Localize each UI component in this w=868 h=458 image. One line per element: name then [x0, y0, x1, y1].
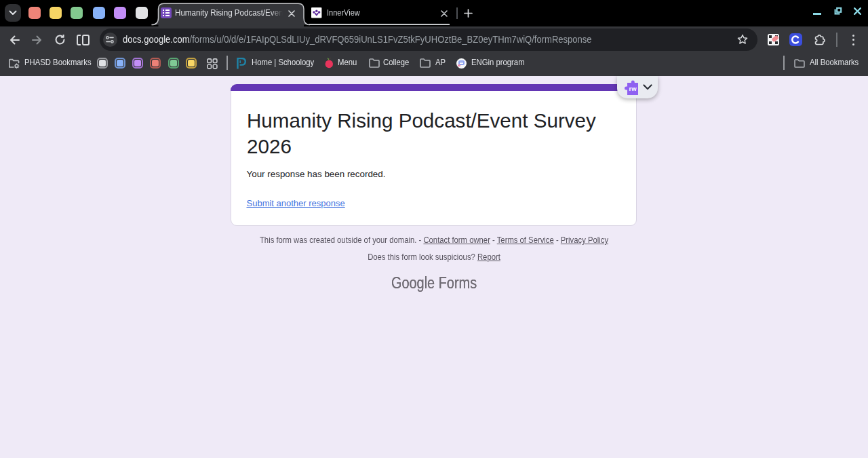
svg-text:rw: rw: [629, 85, 637, 92]
